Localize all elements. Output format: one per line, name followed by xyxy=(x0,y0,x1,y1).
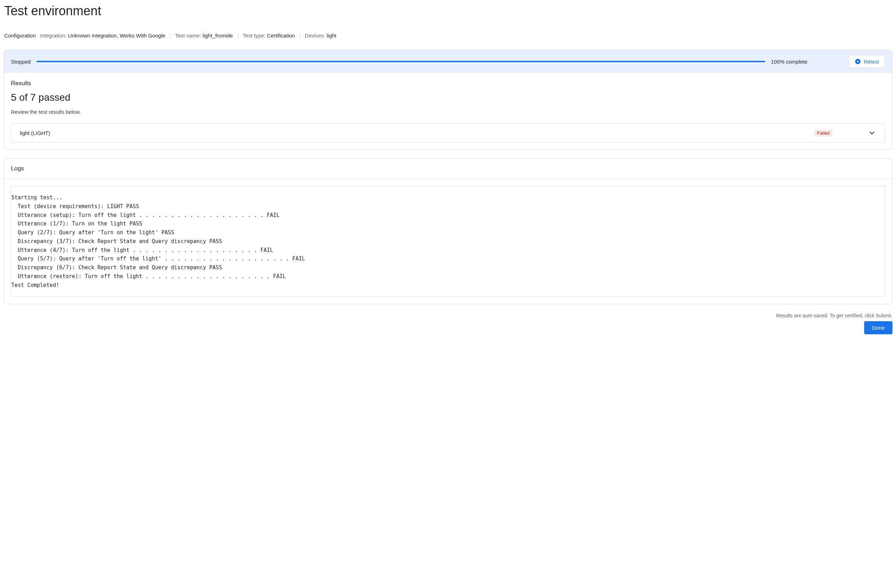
chevron-down-icon xyxy=(868,129,876,137)
configuration-row: Configuration Integration: Unknown Integ… xyxy=(4,32,893,38)
config-divider: | xyxy=(299,32,300,38)
test-type-config: Test type: Certification xyxy=(243,32,295,38)
devices-label: Devices: xyxy=(305,32,325,38)
test-name-config: Test name: light_fromide xyxy=(175,32,233,38)
page-title: Test environment xyxy=(4,3,893,18)
logs-heading: Logs xyxy=(4,159,892,179)
status-state: Stopped xyxy=(11,59,31,65)
test-name-label: Test name: xyxy=(175,32,201,38)
results-card: Stopped 100% complete Retest Results 5 o… xyxy=(3,50,893,150)
integration-label: Integration: xyxy=(40,32,67,38)
footer-actions: Done xyxy=(3,321,893,334)
integration-config: Integration: Unknown Integration, Works … xyxy=(40,32,165,38)
results-subtext: Review the test results below. xyxy=(11,109,885,115)
completion-text: 100% complete xyxy=(771,59,807,65)
result-row[interactable]: light (LIGHT) Failed xyxy=(11,123,885,143)
progress-fill xyxy=(37,61,765,62)
test-type-label: Test type: xyxy=(243,32,265,38)
logs-card: Logs Starting test... Test (device requi… xyxy=(3,158,893,304)
test-type-value: Certification xyxy=(267,32,295,38)
configuration-heading: Configuration xyxy=(4,32,36,38)
integration-value: Unknown Integration, Works With Google xyxy=(68,32,165,38)
config-divider: | xyxy=(169,32,171,38)
devices-config: Devices: light xyxy=(305,32,336,38)
status-bar: Stopped 100% complete Retest xyxy=(4,50,892,73)
auto-save-text: Results are auto-saved. To get certified… xyxy=(776,313,893,318)
footer-row: Results are auto-saved. To get certified… xyxy=(3,313,893,318)
logs-output: Starting test... Test (device requiremen… xyxy=(11,186,885,297)
play-circle-icon xyxy=(855,58,861,65)
status-badge: Failed xyxy=(814,130,832,137)
results-count: 5 of 7 passed xyxy=(11,92,885,103)
retest-label: Retest xyxy=(864,59,879,65)
devices-value: light xyxy=(327,32,337,38)
done-button[interactable]: Done xyxy=(864,321,893,334)
config-divider: | xyxy=(237,32,239,38)
result-name: light (LIGHT) xyxy=(20,130,50,136)
logs-content-wrapper: Starting test... Test (device requiremen… xyxy=(4,179,892,304)
retest-button[interactable]: Retest xyxy=(849,55,885,68)
result-row-right: Failed xyxy=(814,129,876,137)
results-heading: Results xyxy=(11,80,885,87)
results-section: Results 5 of 7 passed Review the test re… xyxy=(4,73,892,149)
progress-bar xyxy=(37,61,765,62)
test-name-value: light_fromide xyxy=(203,32,233,38)
